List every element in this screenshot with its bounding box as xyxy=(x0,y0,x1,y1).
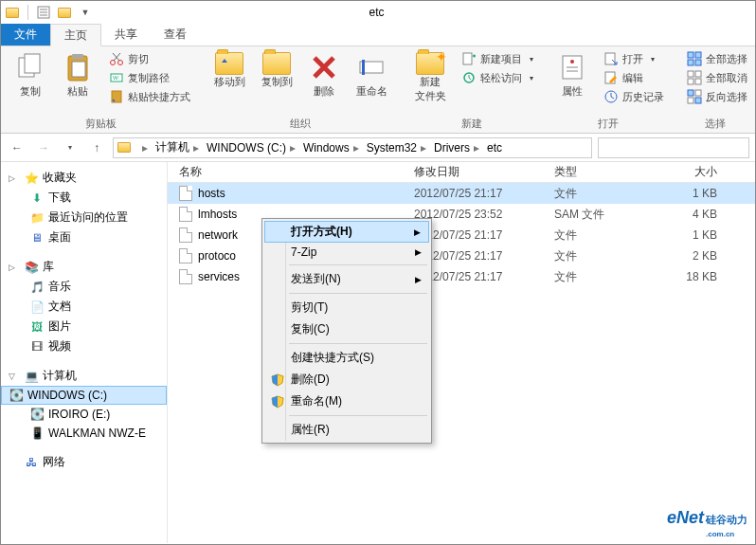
svg-point-10 xyxy=(118,61,123,65)
music-icon: 🎵 xyxy=(29,280,45,295)
svg-rect-34 xyxy=(695,79,701,84)
svg-line-12 xyxy=(113,53,119,61)
svg-text:W:: W: xyxy=(113,75,120,81)
qat-dropdown-icon[interactable]: ▼ xyxy=(78,5,93,20)
tab-view[interactable]: 查看 xyxy=(151,24,200,45)
nav-pictures[interactable]: 🖼图片 xyxy=(1,317,167,336)
submenu-arrow-icon: ▶ xyxy=(414,227,421,237)
ctx-7zip[interactable]: 7-Zip▶ xyxy=(264,243,429,262)
context-menu: 打开方式(H)▶ 7-Zip▶ 发送到(N)▶ 剪切(T) 复制(C) 创建快捷… xyxy=(261,218,432,444)
device-icon: 📱 xyxy=(29,426,45,441)
svg-rect-30 xyxy=(695,60,701,65)
document-icon: 📄 xyxy=(29,300,45,315)
svg-rect-32 xyxy=(695,71,701,77)
search-input[interactable] xyxy=(598,137,749,158)
svg-rect-17 xyxy=(362,60,365,75)
svg-rect-28 xyxy=(695,52,701,58)
svg-rect-33 xyxy=(688,79,693,84)
open-button[interactable]: 打开▾ xyxy=(600,50,668,67)
shield-icon xyxy=(270,394,285,409)
recent-dropdown[interactable]: ▾ xyxy=(60,137,81,158)
file-row[interactable]: protoco 2012/07/25 21:17文件2 KB xyxy=(168,245,755,266)
invert-button[interactable]: 反向选择 xyxy=(683,88,751,105)
ctx-openwith[interactable]: 打开方式(H)▶ xyxy=(264,221,429,243)
paste-button[interactable]: 粘贴 xyxy=(54,50,101,100)
column-type[interactable]: 类型 xyxy=(554,164,657,180)
star-icon: ⭐ xyxy=(24,171,39,186)
edit-button[interactable]: 编辑 xyxy=(600,69,668,86)
shield-icon xyxy=(270,372,285,388)
selectall-button[interactable]: 全部选择 xyxy=(683,50,751,67)
navigation-pane: ▷⭐收藏夹 ⬇下载 📁最近访问的位置 🖥桌面 ▷📚库 🎵音乐 📄文档 🖼图片 🎞… xyxy=(1,162,168,543)
network-icon: 🖧 xyxy=(24,455,39,470)
svg-line-11 xyxy=(114,53,120,61)
folder-icon xyxy=(117,142,131,153)
cut-button[interactable]: 剪切 xyxy=(105,50,194,67)
nav-favorites[interactable]: ▷⭐收藏夹 xyxy=(1,168,167,188)
svg-rect-36 xyxy=(695,90,701,96)
up-button[interactable]: ↑ xyxy=(86,137,107,158)
ctx-delete[interactable]: 删除(D) xyxy=(264,369,429,391)
ctx-rename[interactable]: 重命名(M) xyxy=(264,391,429,412)
back-button[interactable]: ← xyxy=(7,137,27,158)
title-bar: ▼ etc xyxy=(1,1,755,24)
ctx-copy[interactable]: 复制(C) xyxy=(264,318,429,340)
svg-point-21 xyxy=(570,60,574,64)
copy-button[interactable]: 复制 xyxy=(7,50,54,100)
svg-rect-29 xyxy=(688,60,693,65)
drive-icon: 💽 xyxy=(29,407,45,422)
tab-file[interactable]: 文件 xyxy=(1,24,50,45)
svg-rect-38 xyxy=(695,98,701,103)
ctx-sendto[interactable]: 发送到(N)▶ xyxy=(264,268,429,290)
forward-button[interactable]: → xyxy=(33,137,54,158)
column-date[interactable]: 修改日期 xyxy=(414,164,554,180)
breadcrumb[interactable]: ▸ 计算机▸ WINDOWS (C:)▸ Windows▸ System32▸ … xyxy=(113,137,592,158)
nav-drive-c[interactable]: 💽WINDOWS (C:) xyxy=(1,386,167,405)
file-row[interactable]: hosts 2012/07/25 21:17文件1 KB xyxy=(168,183,755,204)
svg-rect-35 xyxy=(688,90,693,96)
copypath-button[interactable]: W:复制路径 xyxy=(105,69,194,86)
tab-share[interactable]: 共享 xyxy=(101,24,151,45)
newitem-button[interactable]: 新建项目▾ xyxy=(458,50,537,67)
nav-drive-e[interactable]: 💽IROIRO (E:) xyxy=(1,405,167,424)
copyto-button[interactable]: 复制到 xyxy=(253,50,300,91)
ctx-properties[interactable]: 属性(R) xyxy=(264,419,429,441)
ribbon-tabs: 文件 主页 共享 查看 xyxy=(1,24,755,46)
download-icon: ⬇ xyxy=(29,191,45,206)
properties-button[interactable]: 属性 xyxy=(549,50,596,100)
qat-newfolder-icon[interactable] xyxy=(57,5,72,20)
nav-music[interactable]: 🎵音乐 xyxy=(1,277,167,297)
tab-home[interactable]: 主页 xyxy=(50,24,101,46)
nav-walkman[interactable]: 📱WALKMAN NWZ-E xyxy=(1,424,167,443)
qat-properties-icon[interactable] xyxy=(36,5,51,20)
file-row[interactable]: network 2012/07/25 21:17文件1 KB xyxy=(168,225,755,245)
history-button[interactable]: 历史记录 xyxy=(600,88,668,105)
svg-rect-7 xyxy=(72,54,83,59)
nav-downloads[interactable]: ⬇下载 xyxy=(1,188,167,208)
column-name[interactable]: 名称 xyxy=(168,164,414,180)
nav-libraries[interactable]: ▷📚库 xyxy=(1,257,167,277)
delete-button[interactable]: 删除 xyxy=(300,50,348,100)
rename-button[interactable]: 重命名 xyxy=(348,50,395,100)
selectnone-button[interactable]: 全部取消 xyxy=(683,69,751,86)
moveto-button[interactable]: 移动到 xyxy=(206,50,253,91)
nav-videos[interactable]: 🎞视频 xyxy=(1,336,167,356)
nav-network[interactable]: 🖧网络 xyxy=(1,452,167,472)
video-icon: 🎞 xyxy=(29,339,45,354)
pasteshortcut-button[interactable]: 粘贴快捷方式 xyxy=(105,88,194,105)
svg-rect-31 xyxy=(688,71,693,77)
column-size[interactable]: 大小 xyxy=(657,164,732,180)
nav-computer[interactable]: ▽💻计算机 xyxy=(1,366,167,386)
file-row[interactable]: lmhosts 2012/07/25 23:52SAM 文件4 KB xyxy=(168,204,755,225)
easyaccess-button[interactable]: 轻松访问▾ xyxy=(458,69,537,86)
ctx-cut[interactable]: 剪切(T) xyxy=(264,297,429,318)
newfolder-button[interactable]: ✦新建 文件夹 xyxy=(406,50,454,105)
file-icon xyxy=(179,186,192,201)
ctx-shortcut[interactable]: 创建快捷方式(S) xyxy=(264,347,429,369)
nav-desktop[interactable]: 🖥桌面 xyxy=(1,227,167,247)
submenu-arrow-icon: ▶ xyxy=(415,247,422,257)
nav-recent[interactable]: 📁最近访问的位置 xyxy=(1,208,167,227)
file-row[interactable]: services 2012/07/25 21:17文件18 KB xyxy=(168,266,755,287)
nav-documents[interactable]: 📄文档 xyxy=(1,297,167,317)
file-icon xyxy=(179,227,192,243)
